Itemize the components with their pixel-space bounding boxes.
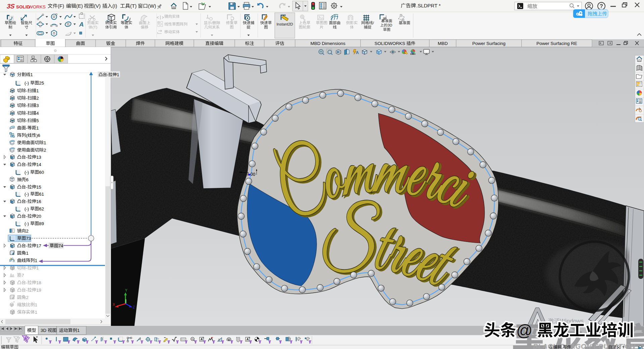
svg-text:3D: 3D [383, 17, 386, 20]
svg-text:3: 3 [36, 103, 39, 108]
svg-text:(-): (-) [24, 221, 29, 226]
svg-text:1: 1 [36, 88, 39, 93]
svg-text:4: 4 [36, 111, 39, 116]
svg-text:7: 7 [21, 273, 24, 278]
svg-text:A: A [79, 21, 84, 28]
svg-text:-: - [107, 72, 108, 77]
svg-text:1.00: 1.00 [247, 171, 256, 177]
svg-text:14: 14 [36, 162, 41, 167]
svg-text:18: 18 [36, 280, 41, 285]
svg-text:2: 2 [26, 295, 28, 300]
svg-text:25: 25 [39, 81, 44, 86]
svg-text:15: 15 [36, 185, 41, 190]
svg-text:-: - [26, 126, 27, 131]
svg-text:(-): (-) [24, 206, 29, 211]
svg-text:1: 1 [26, 251, 28, 256]
svg-text:2: 2 [44, 148, 46, 153]
svg-text:(T): (T) [130, 3, 137, 9]
svg-text:2: 2 [36, 96, 39, 101]
svg-text:-: - [26, 103, 27, 108]
svg-text:Power Surfacing: Power Surfacing [472, 41, 505, 46]
svg-text:0.3: 0.3 [181, 338, 184, 341]
svg-text:(I): (I) [112, 3, 117, 9]
svg-text:(: ( [26, 133, 28, 138]
svg-text:1: 1 [44, 140, 46, 145]
svg-text:(T): (T) [92, 25, 97, 29]
svg-text:Power Surfacing RE: Power Surfacing RE [536, 41, 577, 46]
svg-text:17: 17 [36, 243, 41, 248]
svg-text:SOLIDWORKS: SOLIDWORKS [374, 41, 405, 46]
svg-text:WORKS: WORKS [29, 4, 46, 9]
svg-text:60: 60 [39, 170, 44, 175]
svg-text:@: @ [516, 321, 533, 339]
svg-text:-: - [26, 280, 27, 285]
svg-text:2: 2 [26, 229, 28, 234]
svg-text:1: 1 [35, 310, 37, 315]
svg-text:-: - [26, 96, 27, 101]
svg-text:-: - [26, 88, 27, 93]
svg-text:(F): (F) [58, 3, 64, 9]
svg-text:19: 19 [36, 288, 41, 293]
svg-text:(-): (-) [24, 81, 29, 86]
svg-text:(-): (-) [24, 192, 29, 197]
svg-text:A: A [228, 339, 230, 342]
svg-text:-: - [26, 185, 27, 190]
svg-text:(W): (W) [148, 3, 156, 9]
svg-text:(-): (-) [24, 170, 29, 175]
svg-text:-: - [26, 155, 27, 160]
svg-text:6: 6 [26, 177, 28, 182]
svg-text:-: - [26, 243, 27, 248]
svg-text:A: A [201, 338, 203, 341]
svg-text:62: 62 [39, 206, 44, 211]
svg-text:13: 13 [36, 155, 41, 160]
svg-text:74: 74 [58, 243, 63, 248]
svg-text:BLACK DRAGON EDUCATION: BLACK DRAGON EDUCATION [533, 342, 636, 349]
svg-text:MBD: MBD [438, 41, 448, 46]
svg-text:1: 1 [36, 265, 39, 270]
svg-text:(E): (E) [76, 3, 83, 9]
svg-text:1: 1 [35, 258, 37, 263]
svg-text:SOLID: SOLID [16, 4, 30, 9]
svg-text:MBD Dimensions: MBD Dimensions [310, 41, 345, 46]
svg-text:?: ? [600, 3, 603, 9]
svg-text:-: - [26, 118, 27, 123]
svg-text:1: 1 [117, 72, 119, 77]
svg-text:)6: )6 [36, 133, 40, 138]
svg-text:3D: 3D [41, 328, 47, 333]
svg-text:5: 5 [36, 118, 39, 123]
svg-text:20: 20 [36, 214, 41, 219]
svg-text:(V): (V) [94, 3, 101, 9]
svg-text:3D: 3D [387, 23, 392, 27]
svg-text:A: A [356, 50, 359, 55]
svg-text:-: - [26, 265, 27, 270]
svg-text:N: N [192, 338, 194, 340]
svg-text:1: 1 [77, 328, 80, 333]
svg-text:1: 1 [36, 126, 39, 131]
svg-text:16: 16 [36, 199, 41, 204]
svg-text:89: 89 [39, 221, 44, 226]
svg-text:-: - [26, 288, 27, 293]
svg-text:.SLDPRT *: .SLDPRT * [416, 3, 441, 8]
svg-text:-: - [26, 111, 27, 116]
svg-text:61: 61 [39, 192, 44, 197]
svg-text:A: A [247, 338, 249, 341]
svg-text:-: - [26, 214, 27, 219]
svg-text:-: - [26, 162, 27, 167]
svg-text:Instant2D: Instant2D [276, 22, 293, 26]
svg-text:Z: Z [133, 305, 135, 309]
svg-text:-: - [26, 199, 27, 204]
svg-text:1: 1 [31, 72, 33, 77]
svg-text:X: X [113, 303, 115, 306]
svg-text:73: 73 [26, 236, 31, 241]
svg-text:1: 1 [35, 302, 37, 307]
svg-text:Y: Y [125, 289, 127, 292]
